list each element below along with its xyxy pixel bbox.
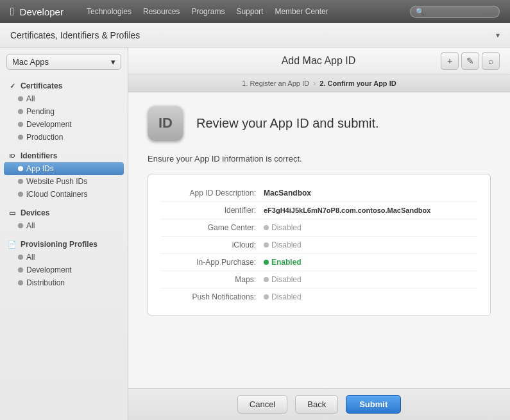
devices-label: Devices bbox=[21, 208, 49, 217]
table-row: Game Center: Disabled bbox=[161, 219, 477, 237]
top-nav-links: Technologies Resources Programs Support … bbox=[87, 7, 328, 16]
secondary-nav-arrow-icon: ▾ bbox=[496, 31, 500, 40]
back-button[interactable]: Back bbox=[295, 395, 338, 414]
search-icon: 🔍 bbox=[416, 8, 425, 16]
add-button[interactable]: + bbox=[441, 52, 459, 70]
main-layout: Mac Apps ▾ ✓ Certificates All Pending De… bbox=[0, 47, 510, 420]
table-row: iCloud: Disabled bbox=[161, 237, 477, 254]
secondary-nav-title: Certificates, Identifiers & Profiles bbox=[10, 30, 140, 40]
bullet-icon bbox=[18, 223, 23, 228]
edit-button[interactable]: ✎ bbox=[461, 52, 479, 70]
nav-support[interactable]: Support bbox=[236, 7, 263, 16]
search-box[interactable]: 🔍 bbox=[410, 6, 500, 18]
sidebar-item-profiles-development[interactable]: Development bbox=[0, 264, 128, 276]
secondary-nav: Certificates, Identifiers & Profiles ▾ bbox=[0, 23, 510, 47]
content-body: ID Review your App ID and submit. Ensure… bbox=[128, 92, 510, 388]
content-area: Add Mac App ID + ✎ ⌕ 1. Register an App … bbox=[128, 47, 510, 420]
table-row: Maps: Disabled bbox=[161, 271, 477, 289]
id-icon-text: ID bbox=[158, 115, 173, 131]
bullet-icon bbox=[18, 96, 23, 101]
sidebar-item-cert-pending[interactable]: Pending bbox=[0, 105, 128, 118]
bullet-icon bbox=[18, 109, 23, 114]
search-button[interactable]: ⌕ bbox=[482, 52, 500, 70]
provisioning-icon: 📄 bbox=[8, 240, 17, 249]
id-icon: ID bbox=[148, 105, 183, 141]
app-name: Developer bbox=[20, 6, 64, 17]
dropdown-label: Mac Apps bbox=[12, 57, 49, 67]
dot-icon bbox=[264, 242, 269, 248]
cancel-button[interactable]: Cancel bbox=[237, 395, 287, 414]
arrow-icon: › bbox=[313, 78, 316, 88]
header-buttons: + ✎ ⌕ bbox=[441, 52, 500, 70]
bullet-icon bbox=[18, 280, 23, 285]
field-value-disabled: Disabled bbox=[264, 275, 302, 284]
sidebar-item-icloud-containers[interactable]: iCloud Containers bbox=[0, 188, 128, 201]
sidebar-section-certificates: ✓ Certificates bbox=[0, 78, 128, 92]
field-value-enabled: Enabled bbox=[264, 258, 302, 267]
dropdown-arrow-icon: ▾ bbox=[111, 57, 115, 67]
add-icon: + bbox=[447, 56, 452, 66]
bullet-icon bbox=[18, 135, 23, 140]
progress-steps: 1. Register an App ID › 2. Confirm your … bbox=[139, 78, 500, 88]
bullet-icon bbox=[18, 255, 23, 260]
field-label: App ID Description: bbox=[161, 189, 264, 197]
edit-icon: ✎ bbox=[466, 56, 474, 66]
review-description: Ensure your App ID information is correc… bbox=[148, 154, 491, 164]
top-nav:  Developer Technologies Resources Progr… bbox=[0, 0, 510, 23]
dot-icon bbox=[264, 225, 269, 230]
table-row: Push Notifications: Disabled bbox=[161, 289, 477, 305]
bullet-icon bbox=[18, 166, 23, 171]
dot-green-icon bbox=[264, 260, 269, 265]
nav-technologies[interactable]: Technologies bbox=[87, 7, 132, 16]
review-header: ID Review your App ID and submit. bbox=[148, 105, 491, 141]
nav-resources[interactable]: Resources bbox=[143, 7, 180, 16]
field-value: eF3gH4iJ5kL6mN7oP8.com.contoso.MacSandbo… bbox=[264, 206, 430, 214]
table-row: Identifier: eF3gH4iJ5kL6mN7oP8.com.conto… bbox=[161, 202, 477, 219]
dot-icon bbox=[264, 294, 269, 299]
sidebar-section-provisioning: 📄 Provisioning Profiles bbox=[0, 236, 128, 251]
provisioning-label: Provisioning Profiles bbox=[21, 240, 98, 249]
field-label: Maps: bbox=[161, 275, 264, 284]
search-icon: ⌕ bbox=[488, 56, 493, 66]
field-label: Push Notifications: bbox=[161, 292, 264, 301]
submit-button[interactable]: Submit bbox=[346, 395, 401, 414]
sidebar-item-website-push-ids[interactable]: Website Push IDs bbox=[0, 175, 128, 188]
review-table: App ID Description: MacSandbox Identifie… bbox=[148, 174, 491, 316]
sidebar-item-profiles-distribution[interactable]: Distribution bbox=[0, 276, 128, 289]
identifiers-label: Identifiers bbox=[21, 151, 57, 160]
sidebar-item-cert-development[interactable]: Development bbox=[0, 118, 128, 131]
sidebar-item-app-ids[interactable]: App IDs bbox=[4, 162, 124, 175]
field-label: Identifier: bbox=[161, 206, 264, 215]
sidebar-item-cert-production[interactable]: Production bbox=[0, 131, 128, 144]
sidebar-section-devices: ▭ Devices bbox=[0, 205, 128, 219]
progress-bar-area: 1. Register an App ID › 2. Confirm your … bbox=[128, 74, 510, 92]
field-value-disabled: Disabled bbox=[264, 292, 302, 301]
content-header: Add Mac App ID + ✎ ⌕ bbox=[128, 47, 510, 74]
identifiers-icon: ID bbox=[8, 151, 17, 160]
field-value-disabled: Disabled bbox=[264, 223, 302, 232]
sidebar-item-cert-all[interactable]: All bbox=[0, 92, 128, 105]
field-label: iCloud: bbox=[161, 240, 264, 249]
table-row: App ID Description: MacSandbox bbox=[161, 185, 477, 202]
certificates-icon: ✓ bbox=[8, 81, 17, 90]
review-title: Review your App ID and submit. bbox=[196, 116, 379, 131]
sidebar-item-devices-all[interactable]: All bbox=[0, 219, 128, 232]
table-row: In-App Purchase: Enabled bbox=[161, 254, 477, 271]
field-value-disabled: Disabled bbox=[264, 240, 302, 249]
field-value: MacSandbox bbox=[264, 189, 311, 197]
nav-programs[interactable]: Programs bbox=[191, 7, 225, 16]
apple-logo-icon:  bbox=[10, 5, 15, 19]
bullet-icon bbox=[18, 267, 23, 273]
bullet-icon bbox=[18, 192, 23, 197]
nav-member-center[interactable]: Member Center bbox=[275, 7, 328, 16]
sidebar: Mac Apps ▾ ✓ Certificates All Pending De… bbox=[0, 47, 128, 420]
certificates-label: Certificates bbox=[21, 81, 62, 90]
devices-icon: ▭ bbox=[8, 208, 17, 217]
field-label: In-App Purchase: bbox=[161, 258, 264, 267]
search-input[interactable] bbox=[427, 8, 494, 15]
step-confirm: 2. Confirm your App ID bbox=[319, 80, 396, 87]
sidebar-item-profiles-all[interactable]: All bbox=[0, 251, 128, 264]
sidebar-section-identifiers: ID Identifiers bbox=[0, 147, 128, 162]
content-footer: Cancel Back Submit bbox=[128, 388, 510, 420]
mac-apps-dropdown[interactable]: Mac Apps ▾ bbox=[6, 54, 121, 70]
